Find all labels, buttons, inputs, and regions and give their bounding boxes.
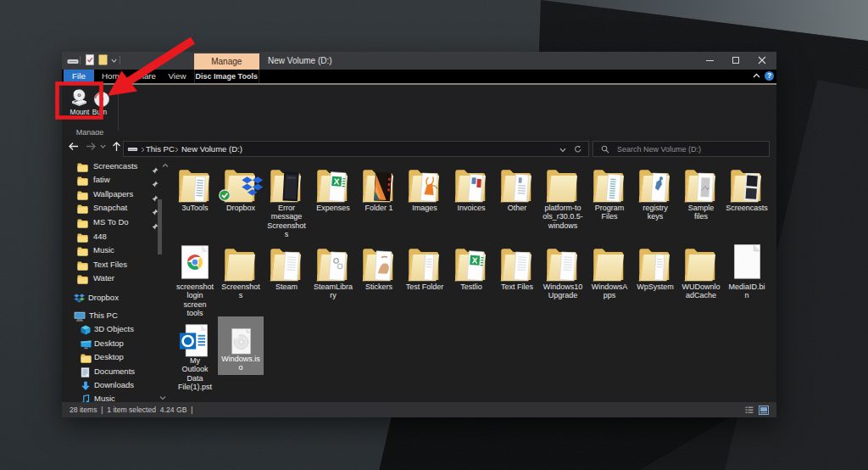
svg-text:X: X xyxy=(471,255,478,265)
svg-text:X: X xyxy=(333,176,340,186)
